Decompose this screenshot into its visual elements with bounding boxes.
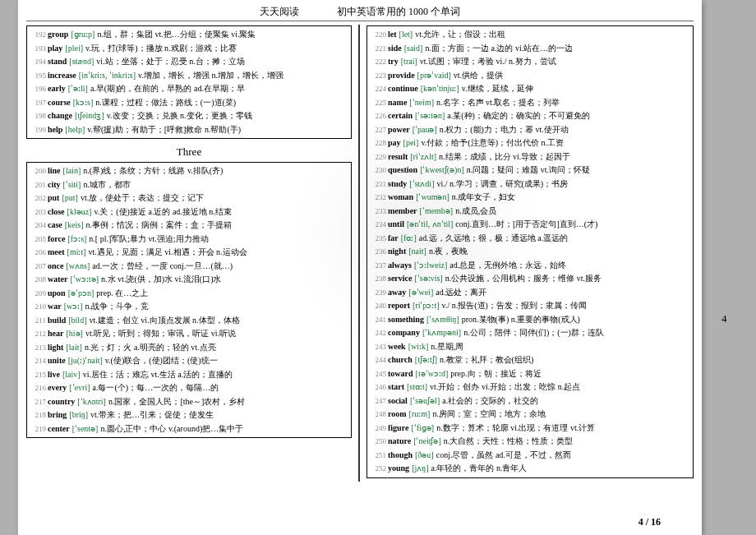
word-row: 213light[lait]n.光；灯；火 a.明亮的；轻的 vt.点亮 <box>30 341 348 355</box>
margin-page-number: 4 <box>721 312 756 325</box>
word-row: 211build[bild]vt.建造；创立 vi.向顶点发展 n.体型，体格 <box>30 314 348 328</box>
word-row: 231study[ˈstʌdi]vi./ n.学习；调查，研究(成果)；书房 <box>370 178 690 191</box>
section-title: Three <box>26 145 352 159</box>
word-row: 192group[ɡruːp]n.组，群；集团 vt.把…分组；使聚集 vi.聚… <box>30 28 348 42</box>
word-row: 246start[stɑːt]vt.开始；创办 vi.开始；出发；吃惊 n.起点 <box>370 380 690 394</box>
word-row: 217country[ˈkʌntri]n.国家，全国人民；[the～]农村，乡村 <box>30 395 348 409</box>
word-row: 212hear[hiə]vt.听见；听到；得知；审讯，听证 vi.听说 <box>30 327 348 341</box>
word-row: 204case[keis]n.事例；情况；病例；案件；盒；手提箱 <box>30 219 348 233</box>
word-row: 198change[tʃeindʒ]v.改变；交换；兑换 n.变化；更换；零钱 <box>30 109 348 123</box>
word-row: 195increase[inˈkriːs, ˈinkriːs]v.增加，增长，增… <box>30 69 348 83</box>
word-row: 235far[fɑː]ad.远，久远地；很，极；通远地 a.遥远的 <box>370 232 690 246</box>
word-row: 242company[ˈkʌmpəni]n.公司；陪伴；同伴(们)；(一)群；连… <box>370 326 690 340</box>
word-row: 215live[laiv]vi.居住；活；难忘 vt.生活 a.活的；直播的 <box>30 368 348 382</box>
word-row: 197course[kɔːs]n.课程；过程；做法；路线；(一)道(菜) <box>30 96 348 110</box>
word-row: 243week[wiːk]n.星期,周 <box>370 340 690 354</box>
word-box-b: 200line[lain]n.(界)线；条纹；方针；线路 v.排队(齐)201c… <box>26 162 352 438</box>
word-row: 239away[əˈwei]ad.远处；离开 <box>370 286 690 300</box>
word-row: 203close[kləuz]v.关；(使)接近 a.近的 ad.接近地 n.结… <box>30 205 348 219</box>
word-row: 230question[ˈkwestʃ(ə)n]n.问题；疑问；难题 vt.询问… <box>370 164 690 178</box>
word-row: 214unite[ju(ː)ˈnait]v.(使)联合，(使)团结；(使)统一 <box>30 354 348 368</box>
word-row: 201city[ˈsiti]n.城市，都市 <box>30 178 348 192</box>
word-row: 232woman[ˈwumən]n.成年女子，妇女 <box>370 191 690 205</box>
word-row: 245toward[təˈwɔːd]prep.向；朝；接近；将近 <box>370 367 690 381</box>
word-row: 216every[ˈevri]a.每一(个)；每…一次的，每隔…的 <box>30 381 348 395</box>
word-row: 244church[tʃəːtʃ]n.教堂；礼拜；教会(组织) <box>370 353 690 367</box>
word-row: 248room[ruːm]n.房间；室；空间；地方；余地 <box>370 408 690 422</box>
page-footer: 4 / 16 <box>638 516 661 528</box>
word-row: 233member[ˈmembə]n.成员,会员 <box>370 205 690 219</box>
word-row: 219center[ˈsentə]n.圆心,正中；中心 v.(around)把…… <box>30 422 348 436</box>
word-row: 228pay[pei]v.付款；给予(注意等)；付出代价 n.工资 <box>370 136 690 150</box>
word-row: 250nature[ˈneitʃə]n.大自然；天性；性格；性质；类型 <box>370 435 690 449</box>
word-row: 206meet[miːt]vt.遇见；见面；满足 vi.相遇；开会 n.运动会 <box>30 246 348 260</box>
word-row: 196early[ˈəːli]a.早(期)的，在前的，早熟的 ad.在早期；早 <box>30 82 348 96</box>
word-box-c: 220let[let]vt.允许，让；假设；出租221side[said]n.面… <box>366 25 694 478</box>
word-row: 249figure[ˈfiɡə]n.数字；算术；轮廓 vi.出现；有道理 vt.… <box>370 422 690 436</box>
word-row: 236night[nait]n.夜，夜晚 <box>370 245 690 259</box>
word-row: 221side[said]n.面；方面；一边 a.边的 vi.站在…的一边 <box>370 42 690 56</box>
word-row: 199help[help]v.帮(援)助；有助于；[呼救]救命 n.帮助(手) <box>30 123 348 137</box>
word-row: 208water[ˈwɔːtə]n.水 vt.浇(供，加)水 vi.流泪(口)水 <box>30 273 348 287</box>
word-row: 207once[wʌns]ad.一次；曾经，一度 conj.一旦…(就…) <box>30 260 348 274</box>
word-row: 240report[riˈpɔːt]v./ n.报告(道)；告发；报到；隶属；传… <box>370 299 690 313</box>
word-row: 202put[put]vt.放，使处于；表达；提交；记下 <box>30 191 348 205</box>
word-row: 247social[ˈsəuʃəl]a.社会的；交际的，社交的 <box>370 394 690 408</box>
word-box-a: 192group[ɡruːp]n.组，群；集团 vt.把…分组；使聚集 vi.聚… <box>26 25 352 139</box>
word-row: 252young[jʌŋ]a.年轻的，青年的 n.青年人 <box>370 462 690 476</box>
word-row: 227power[ˈpauə]n.权力；(能)力；电力；幂 vt.使开动 <box>370 123 690 137</box>
header-brand: 天天阅读 <box>260 6 299 17</box>
word-row: 251though[ðəu]conj.尽管，虽然 ad.可是，不过，然而 <box>370 449 690 463</box>
word-row: 194stand[stænd]vi.站；坐落；处于；忍受 n.台；摊；立场 <box>30 55 348 69</box>
word-row: 226certain[ˈsəːtən]a.某(种)；确定的；确实的；不可避免的 <box>370 109 690 123</box>
word-row: 218bring[briŋ]vt.带来；把…引来；促使；使发生 <box>30 408 348 422</box>
word-row: 209upon[əˈpɔn]prep. 在…之上 <box>30 287 348 301</box>
word-row: 193play[plei]v.玩，打(球等)；播放 n.戏剧；游戏；比赛 <box>30 42 348 56</box>
word-row: 223provide[prəˈvaid]vt.供给，提供 <box>370 69 690 83</box>
word-row: 225name[ˈneim]n.名字；名声 vt.取名；提名；列举 <box>370 96 690 110</box>
word-row: 205force[fɔːs]n.[ pl.]军队;暴力 vt.强迫;用力推动 <box>30 233 348 247</box>
word-row: 222try[trai]vt.试图；审理；考验 vi./ n.努力，尝试 <box>370 55 690 69</box>
word-row: 200line[lain]n.(界)线；条纹；方针；线路 v.排队(齐) <box>30 164 348 178</box>
word-row: 241something[ˈsʌmθiŋ]pron.某物(事) n.重要的事物(… <box>370 313 690 327</box>
word-row: 234until[ənˈtil, ʌnˈtil]conj.直到…时；[用于否定句… <box>370 218 690 232</box>
word-row: 237always[ˈɔːlweiz]ad.总是，无例外地；永远，始终 <box>370 259 690 273</box>
header-title: 初中英语常用的 1000 个单词 <box>337 6 460 17</box>
word-row: 238service[ˈsəːvis]n.公共设施，公用机构；服务；维修 vt.… <box>370 272 690 286</box>
word-row: 224continue[kənˈtinjuː]v.继续，延续，延伸 <box>370 82 690 96</box>
word-row: 220let[let]vt.允许，让；假设；出租 <box>370 28 690 42</box>
word-row: 229result[riˈzʌlt]n.结果；成绩，比分 vi.导致；起因于 <box>370 150 690 164</box>
word-row: 210war[wɔː]n.战争；斗争，竞 <box>30 300 348 314</box>
